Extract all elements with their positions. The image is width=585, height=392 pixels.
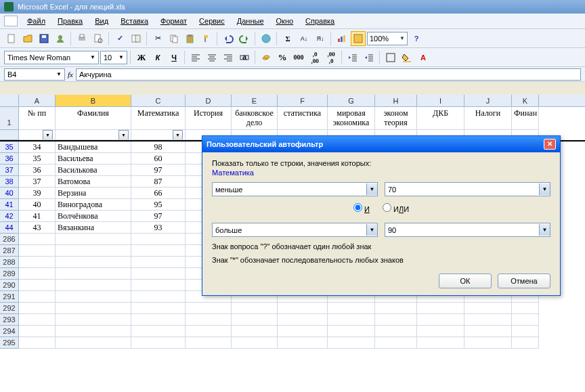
cell[interactable]: 66 bbox=[131, 188, 186, 199]
cell[interactable] bbox=[375, 314, 417, 326]
col-header-D[interactable]: D bbox=[186, 95, 232, 106]
cell[interactable] bbox=[278, 337, 328, 349]
col-header-H[interactable]: H bbox=[375, 95, 417, 106]
align-left-button[interactable] bbox=[188, 50, 203, 65]
col-header-G[interactable]: G bbox=[328, 95, 375, 106]
cell[interactable] bbox=[512, 314, 539, 326]
underline-button[interactable]: Ч bbox=[167, 50, 181, 65]
decrease-indent-button[interactable] bbox=[345, 50, 360, 65]
cell[interactable] bbox=[19, 280, 56, 291]
help-button[interactable]: ? bbox=[409, 31, 424, 46]
row-header[interactable]: 290 bbox=[0, 280, 19, 291]
hyperlink-button[interactable] bbox=[259, 31, 274, 46]
cell[interactable] bbox=[56, 234, 131, 245]
bold-button[interactable]: Ж bbox=[134, 50, 149, 65]
cell[interactable]: 36 bbox=[19, 165, 56, 176]
menu-file[interactable]: Файл bbox=[22, 16, 51, 26]
cell[interactable] bbox=[186, 303, 232, 314]
col-header-A[interactable]: A bbox=[19, 95, 56, 106]
row-header[interactable]: 286 bbox=[0, 234, 19, 245]
fill-color-button[interactable] bbox=[399, 50, 414, 65]
cell[interactable] bbox=[464, 303, 512, 314]
col-header-E[interactable]: E bbox=[232, 95, 278, 106]
app-menu-icon[interactable] bbox=[4, 16, 18, 26]
filter-dropdown[interactable]: ▼ bbox=[43, 130, 53, 140]
currency-button[interactable] bbox=[259, 50, 274, 65]
increase-decimal-button[interactable]: ,0,00 bbox=[307, 50, 322, 65]
menu-data[interactable]: Данные bbox=[232, 16, 269, 26]
permission-button[interactable] bbox=[53, 31, 68, 46]
cell[interactable] bbox=[131, 291, 186, 303]
cell[interactable] bbox=[278, 314, 328, 326]
fx-label[interactable]: fx bbox=[68, 70, 73, 79]
and-radio[interactable]: И bbox=[353, 205, 370, 213]
new-button[interactable] bbox=[4, 31, 19, 46]
row-header[interactable]: 289 bbox=[0, 268, 19, 280]
cell[interactable]: 37 bbox=[19, 176, 56, 188]
cell[interactable] bbox=[19, 268, 56, 280]
row-header[interactable]: 288 bbox=[0, 257, 19, 268]
col-header-F[interactable]: F bbox=[278, 95, 328, 106]
cell[interactable] bbox=[512, 303, 539, 314]
save-button[interactable] bbox=[37, 31, 51, 46]
format-painter-button[interactable] bbox=[199, 31, 214, 46]
cell[interactable] bbox=[375, 326, 417, 337]
cell[interactable] bbox=[464, 326, 512, 337]
research-button[interactable] bbox=[129, 31, 144, 46]
drawing-button[interactable] bbox=[351, 31, 366, 46]
comma-button[interactable]: 000 bbox=[291, 50, 306, 65]
formula-bar[interactable]: Акчурина bbox=[76, 68, 581, 81]
cell[interactable]: 35 bbox=[19, 153, 56, 165]
cell[interactable]: 34 bbox=[19, 141, 56, 153]
cell[interactable] bbox=[417, 303, 464, 314]
cell[interactable] bbox=[464, 337, 512, 349]
row-header[interactable]: 38 bbox=[0, 176, 19, 188]
cell[interactable] bbox=[417, 326, 464, 337]
cell[interactable] bbox=[56, 337, 131, 349]
cell[interactable] bbox=[232, 326, 278, 337]
menu-tools[interactable]: Сервис bbox=[194, 16, 230, 26]
ok-button[interactable]: ОК bbox=[439, 274, 492, 288]
sort-asc-button[interactable]: A↓ bbox=[297, 31, 311, 46]
cell[interactable] bbox=[131, 245, 186, 257]
cell[interactable]: Виноградова bbox=[56, 199, 131, 211]
row-header[interactable]: 40 bbox=[0, 188, 19, 199]
or-radio[interactable]: ИЛИ bbox=[383, 205, 409, 213]
cell[interactable] bbox=[186, 326, 232, 337]
cell[interactable] bbox=[186, 314, 232, 326]
dialog-titlebar[interactable]: Пользовательский автофильтр ✕ bbox=[202, 136, 560, 152]
cell[interactable] bbox=[232, 314, 278, 326]
cell[interactable] bbox=[19, 245, 56, 257]
cell[interactable] bbox=[417, 314, 464, 326]
cell[interactable]: 93 bbox=[131, 222, 186, 234]
filter-dropdown[interactable]: ▼ bbox=[118, 130, 129, 140]
condition2-operator-combo[interactable]: больше▼ bbox=[212, 223, 378, 237]
row-header[interactable]: 1 bbox=[0, 107, 19, 130]
cell[interactable] bbox=[56, 245, 131, 257]
row-header[interactable]: 287 bbox=[0, 245, 19, 257]
increase-indent-button[interactable] bbox=[362, 50, 376, 65]
menu-view[interactable]: Вид bbox=[89, 16, 114, 26]
cell[interactable] bbox=[328, 326, 375, 337]
header-cell[interactable]: Фамилия bbox=[56, 107, 131, 130]
autosum-button[interactable]: Σ bbox=[280, 31, 295, 46]
cell[interactable] bbox=[19, 337, 56, 349]
cell[interactable]: Волчёнкова bbox=[56, 211, 131, 222]
percent-button[interactable]: % bbox=[275, 50, 290, 65]
cell[interactable]: Вязанкина bbox=[56, 222, 131, 234]
redo-button[interactable] bbox=[237, 31, 252, 46]
cell[interactable]: 40 bbox=[19, 199, 56, 211]
cell[interactable]: 41 bbox=[19, 211, 56, 222]
menu-format[interactable]: Формат bbox=[155, 16, 192, 26]
cell[interactable] bbox=[417, 337, 464, 349]
font-name-combo[interactable]: Times New Roman▼ bbox=[4, 51, 99, 64]
cell[interactable] bbox=[131, 268, 186, 280]
header-cell[interactable]: банковское дело bbox=[232, 107, 278, 130]
header-cell[interactable]: № пп bbox=[19, 107, 56, 130]
cell[interactable] bbox=[19, 326, 56, 337]
paste-button[interactable] bbox=[183, 31, 198, 46]
cell[interactable] bbox=[56, 268, 131, 280]
cell[interactable] bbox=[328, 337, 375, 349]
cell[interactable]: Ватомова bbox=[56, 176, 131, 188]
cell[interactable]: 98 bbox=[131, 141, 186, 153]
